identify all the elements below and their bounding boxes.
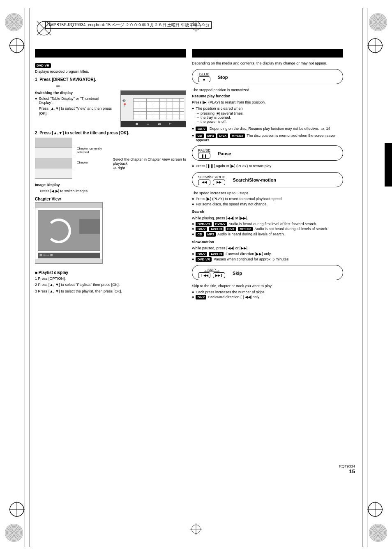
format-badge-bdv: BD-V: [196, 227, 207, 231]
step-1-num: 1: [35, 77, 37, 82]
format-badge-dvdvr: DVD-VR: [196, 222, 212, 226]
stop-memo: The stopped position is memorized.: [192, 88, 343, 92]
footer-code: RQT9334: [339, 464, 355, 468]
search-audio-ff1: Audio is heard during first level of fas…: [229, 222, 317, 226]
format-badge-cd: CD: [196, 232, 204, 237]
pause-button-row: PAUSE ❚❚ Pause: [192, 145, 343, 161]
pause-title: Pause: [218, 151, 231, 156]
step-1-text: Press [DIRECT NAVIGATOR].: [39, 77, 96, 82]
bullet-icon: ●: [192, 106, 194, 111]
playlist-step-3: 3 Press [▲, ▼] to select the playlist, t…: [35, 289, 186, 294]
bullet-icon: ●: [192, 134, 194, 138]
pause-button-label: PAUSE: [198, 148, 210, 152]
bdv-note: Depending on the disc, Resume play funct…: [210, 127, 319, 131]
arrow-note: ⇨: [35, 83, 186, 89]
format-badge-mpeg2: MPEG2: [230, 134, 245, 138]
bullet-icon: ●: [192, 127, 194, 131]
bullet-icon: ●: [192, 252, 194, 257]
arrow-right-icon: ⇨: [321, 127, 325, 132]
crop-guide: [25, 8, 25, 547]
arrow-right-icon: ⇨: [56, 83, 60, 88]
search-revert: Press [▶] (PLAY) to revert to normal pla…: [196, 197, 282, 201]
image-display-heading: Image Display: [35, 182, 186, 187]
bullet-icon: ●: [35, 97, 37, 101]
search-no-audio: Audio is not heard during all levels of …: [254, 227, 328, 231]
pos-cleared: The position is cleared when: [196, 106, 242, 111]
search-button-row: SLOW/SEARCH ◀◀ ▶▶ Search/Slow-motion: [192, 172, 343, 187]
format-badge-bdv: BD-V: [196, 127, 207, 131]
page-content: DVD-VR Displays recorded program titles.…: [35, 49, 343, 300]
toolbar-icon: ▭: [147, 122, 150, 126]
format-badge-divx: DivX: [217, 134, 228, 138]
right-text: right: [118, 166, 125, 170]
skip-button-row: ┌ SKIP ┐ ❙◀◀ ▶▶❙ Skip: [192, 265, 343, 280]
stop-button-icon: ■: [198, 76, 210, 82]
registration-disc: [369, 13, 387, 31]
skip-increase: Each press increases the number of skips…: [196, 290, 265, 294]
playlist-step-1: 1 Press [OPTION].: [35, 276, 186, 281]
resume-heading: Resume play function: [192, 94, 343, 99]
registration-mark-icon: [9, 502, 25, 517]
screensaver-note: The disc position is memorized when the …: [196, 134, 335, 142]
registration-mark-icon: [367, 38, 383, 53]
switch-display-text: Select "Table Display" or "Thumbnail Dis…: [39, 97, 113, 105]
format-badge-avchd: AVCHD: [209, 252, 224, 256]
slow-fwd-only: Forward direction [▶▶] only.: [226, 252, 272, 256]
disc-icon: ◎: [122, 98, 127, 102]
chapter-list-figure: [35, 138, 72, 181]
bullet-icon: ●: [192, 257, 194, 262]
step-2-num: 2: [35, 131, 37, 135]
callout-chapter: Chapter: [75, 157, 108, 168]
callout-selected-chapter: Chapter currently selected: [75, 145, 108, 156]
registration-mark-icon: [367, 502, 383, 517]
clear-cond-2: the tray is opened.: [201, 115, 231, 120]
skip-back-only: Backward direction [❙◀◀] only.: [208, 295, 260, 299]
search-title: Search/Slow-motion: [233, 177, 277, 182]
step-2: 2 Press [▲,▼] to select the title and pr…: [35, 131, 186, 135]
skip-next-icon: ▶▶❙: [213, 272, 225, 278]
slow-heading: Slow-motion: [192, 240, 343, 244]
bullet-icon: ●: [192, 295, 194, 300]
image-display-detail: Press [◀,▶] to switch images.: [35, 189, 186, 193]
slow-pause-5min: Pauses when continued for approx. 5 minu…: [214, 257, 290, 261]
bullet-icon: ●: [192, 202, 194, 207]
side-tab: [385, 143, 392, 187]
left-column: DVD-VR Displays recorded program titles.…: [35, 49, 186, 300]
format-badge-bdv: BD-V: [196, 252, 207, 256]
format-badge-avchd: AVCHD: [209, 227, 224, 231]
clear-cond-1: pressing [■] several times.: [201, 111, 244, 115]
ops-intro: Depending on the media and contents, the…: [192, 61, 343, 66]
registration-mark-icon: [9, 38, 25, 53]
format-badge-mpeg2: MPEG2: [238, 227, 253, 231]
skip-title: Skip: [233, 271, 242, 276]
registration-mark-icon: [190, 523, 202, 535]
bullet-icon: ●: [192, 290, 194, 295]
format-badge-cd: CD: [196, 134, 204, 138]
bullet-icon: ●: [192, 232, 194, 237]
section-title-right: [192, 49, 343, 58]
doc-header-stamp: DMPB15P-RQT9334_eng.book 15 ページ ２００９年３月２…: [45, 21, 212, 29]
step-2-text: Press [▲,▼] to select the title and pres…: [39, 131, 129, 135]
registration-disc: [5, 524, 23, 542]
stop-title: Stop: [218, 75, 228, 80]
dash-icon: –: [197, 111, 199, 115]
resume-text: Press [▶] (PLAY) to restart from this po…: [192, 100, 343, 105]
skip-instr: Skip to the title, chapter or track you …: [192, 283, 343, 288]
crop-guide: [30, 8, 30, 547]
search-all-audio: Audio is heard during all levels of sear…: [217, 232, 285, 236]
search-heading: Search: [192, 209, 343, 214]
right-column: Depending on the media and contents, the…: [192, 49, 343, 300]
format-badge-dvdv: DVD-V: [214, 222, 227, 226]
chapter-view-note: Select the chapter in Chapter View scree…: [113, 157, 186, 166]
skip-button-label: ┌ SKIP ┐: [204, 268, 219, 272]
search-fwd-icon: ▶▶: [213, 180, 225, 185]
registration-disc: [369, 524, 387, 542]
pin-icon: 📍: [122, 103, 127, 107]
switch-display-heading: Switching the display: [35, 90, 113, 95]
bullet-icon: ●: [192, 164, 194, 169]
crop-guide: [362, 8, 362, 547]
format-badge-mp3: MP3: [206, 134, 216, 138]
format-badge-divx: DivX: [196, 295, 206, 299]
dash-icon: –: [197, 115, 199, 120]
format-badge-dvdvr: DVD-VR: [35, 63, 51, 68]
